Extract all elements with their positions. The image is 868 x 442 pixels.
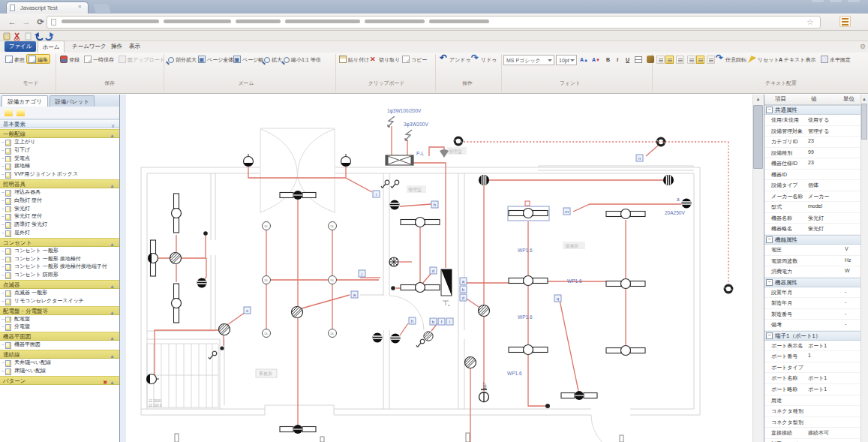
svg-text:i: i [376, 192, 377, 197]
svg-text:WP1.6: WP1.6 [518, 314, 533, 320]
svg-text:湯沸所: 湯沸所 [565, 243, 578, 249]
svg-text:d: d [462, 296, 464, 300]
svg-text:EET: EET [483, 382, 487, 389]
svg-text:h: h [411, 319, 413, 323]
svg-text:3φ3W200V: 3φ3W200V [404, 122, 428, 128]
svg-text:WP1.6: WP1.6 [507, 371, 522, 376]
svg-text:P-L: P-L [416, 151, 425, 156]
svg-text:WP1.6: WP1.6 [518, 248, 533, 253]
svg-text:22 200.0: 22 200.0 [149, 404, 162, 407]
svg-text:管理室: 管理室 [408, 187, 422, 193]
svg-text:管理室: 管理室 [449, 149, 462, 155]
svg-text:l: l [449, 320, 450, 324]
svg-text:a: a [677, 197, 680, 202]
svg-text:h: h [434, 203, 436, 207]
svg-text:n: n [638, 156, 641, 161]
svg-text:事務所: 事務所 [259, 371, 272, 376]
svg-text:q: q [557, 296, 559, 301]
svg-text:20A250V: 20A250V [665, 210, 685, 215]
svg-text:WP1.6: WP1.6 [567, 278, 582, 284]
svg-text:d: d [432, 269, 434, 273]
svg-text:m: m [565, 209, 569, 214]
svg-text:12 2000: 12 2000 [149, 399, 161, 403]
svg-text:j: j [361, 272, 362, 276]
svg-text:c: c [246, 308, 248, 313]
svg-text:1φ3W100/200V: 1φ3W100/200V [387, 108, 422, 114]
